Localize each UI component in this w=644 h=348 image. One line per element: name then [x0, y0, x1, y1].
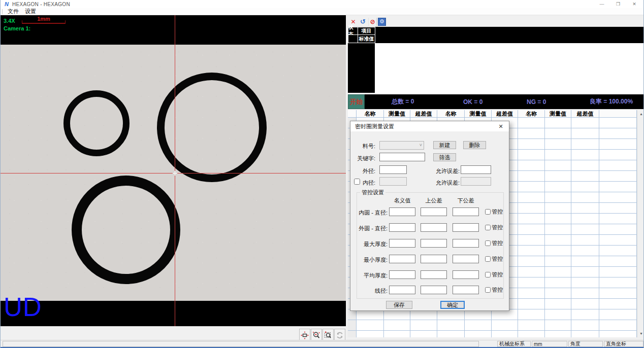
- lower-tol-input[interactable]: [453, 207, 479, 216]
- inspection-toolbar: ✕ ↺ ⊘ ⚙: [348, 17, 644, 27]
- table-cell: [545, 150, 571, 160]
- inner-tolerance-input[interactable]: [461, 177, 491, 186]
- table-cell: [518, 139, 545, 150]
- table-cell: [571, 224, 599, 235]
- nominal-input[interactable]: [389, 239, 415, 248]
- upper-tol-input[interactable]: [421, 207, 447, 216]
- new-button[interactable]: 新建: [433, 141, 456, 149]
- control-checkbox-group[interactable]: 管控: [485, 239, 503, 247]
- inner-diameter-checkbox[interactable]: [354, 179, 360, 185]
- close-button[interactable]: ✕: [626, 0, 642, 8]
- table-cell: [599, 288, 637, 299]
- control-settings-title: 管控设置: [360, 189, 385, 196]
- lower-tol-input[interactable]: [453, 255, 479, 263]
- status-segment-unit: mm: [532, 341, 567, 347]
- outer-tolerance-input[interactable]: [461, 165, 491, 174]
- lower-tol-input[interactable]: [453, 286, 479, 294]
- status-item-table: 状态 项目 标准值: [348, 27, 644, 94]
- lower-tol-column-header: 下公差: [453, 197, 479, 204]
- minimize-button[interactable]: —: [594, 0, 610, 8]
- table-cell: [571, 139, 599, 150]
- chevron-down-icon: ˅: [420, 143, 422, 148]
- control-checkbox[interactable]: [485, 272, 491, 277]
- row-label: 线径:: [357, 287, 388, 295]
- save-button[interactable]: 保存: [386, 301, 412, 309]
- control-checkbox[interactable]: [485, 256, 491, 262]
- scroll-down-icon[interactable]: ▼: [637, 330, 644, 337]
- lower-tol-input[interactable]: [453, 223, 479, 232]
- dialog-title-bar[interactable]: 密封圈测量设置 ✕: [350, 121, 509, 131]
- inner-tolerance-label: 允许误差:: [429, 179, 460, 187]
- table-cell: [571, 309, 599, 320]
- table-cell: [545, 203, 571, 214]
- header-cell: 超差值: [410, 110, 437, 118]
- lower-tol-input[interactable]: [453, 270, 479, 279]
- seal-ring-large: [157, 73, 267, 182]
- start-button[interactable]: 开始: [348, 94, 365, 109]
- table-cell: [571, 331, 599, 337]
- table-cell: [518, 150, 545, 160]
- upper-tol-input[interactable]: [421, 270, 447, 279]
- nominal-input[interactable]: [389, 223, 415, 232]
- control-checkbox-group[interactable]: 管控: [485, 224, 503, 231]
- table-cell: [518, 246, 545, 256]
- keyword-input[interactable]: [379, 153, 425, 161]
- control-checkbox[interactable]: [485, 240, 491, 246]
- camera-view[interactable]: 3.4X 1mm Camera 1: UD: [1, 15, 346, 326]
- delete-button[interactable]: 删除: [463, 141, 486, 149]
- control-checkbox[interactable]: [485, 225, 491, 230]
- control-checkbox[interactable]: [485, 287, 491, 293]
- header-cell: 超差值: [571, 110, 599, 118]
- upper-tol-input[interactable]: [421, 255, 447, 263]
- row-label: 最大厚度:: [357, 240, 388, 248]
- upper-tol-input[interactable]: [421, 239, 447, 248]
- settings-gear-icon[interactable]: ⚙: [378, 18, 386, 26]
- refresh-view-icon: [336, 331, 344, 339]
- app-logo-icon: N: [5, 1, 9, 7]
- table-cell: [348, 331, 357, 337]
- ok-button[interactable]: 确定: [440, 301, 465, 309]
- lower-tol-input[interactable]: [453, 239, 479, 248]
- table-cell: [599, 171, 637, 182]
- header-standard: 标准值: [358, 34, 375, 43]
- control-checkbox[interactable]: [485, 209, 491, 215]
- part-number-combo[interactable]: ˅: [379, 141, 424, 150]
- control-checkbox-group[interactable]: 管控: [485, 255, 503, 263]
- table-cell: [437, 320, 465, 331]
- control-checkbox-group[interactable]: 管控: [485, 271, 503, 279]
- outer-diameter-input[interactable]: [379, 165, 407, 174]
- inner-diameter-input[interactable]: [379, 177, 407, 186]
- nominal-input[interactable]: [389, 270, 415, 279]
- dialog-close-icon[interactable]: ✕: [497, 122, 505, 130]
- control-label: 管控: [492, 255, 503, 263]
- filter-button[interactable]: 筛选: [433, 153, 456, 161]
- table-cell: [599, 224, 637, 235]
- status-table-header-strip: [348, 27, 644, 43]
- refresh-icon[interactable]: ↺: [359, 18, 367, 26]
- restore-button[interactable]: ❐: [610, 0, 626, 8]
- table-cell: [545, 267, 571, 277]
- control-checkbox-group[interactable]: 管控: [485, 286, 503, 294]
- nominal-input[interactable]: [389, 286, 415, 294]
- table-cell: [465, 331, 492, 337]
- menu-file[interactable]: 文件: [5, 8, 22, 15]
- table-cell: [357, 309, 384, 320]
- scroll-up-icon[interactable]: ▲: [637, 110, 644, 118]
- control-checkbox-group[interactable]: 管控: [485, 208, 503, 216]
- table-cell: [357, 320, 384, 331]
- results-scrollbar[interactable]: ▲ ▼: [637, 110, 644, 337]
- table-cell: [599, 246, 637, 256]
- nominal-input[interactable]: [389, 207, 415, 216]
- menu-settings[interactable]: 设置: [22, 8, 39, 15]
- table-cell: [599, 235, 637, 246]
- table-cell: [437, 331, 465, 337]
- table-cell: [571, 128, 599, 139]
- table-cell: [492, 331, 518, 337]
- table-cell: [518, 235, 545, 246]
- table-cell: [518, 118, 545, 128]
- nominal-input[interactable]: [389, 255, 415, 263]
- upper-tol-input[interactable]: [421, 223, 447, 232]
- stop-icon[interactable]: ⊘: [368, 18, 377, 26]
- upper-tol-input[interactable]: [421, 286, 447, 294]
- header-cell: 名称: [518, 110, 545, 118]
